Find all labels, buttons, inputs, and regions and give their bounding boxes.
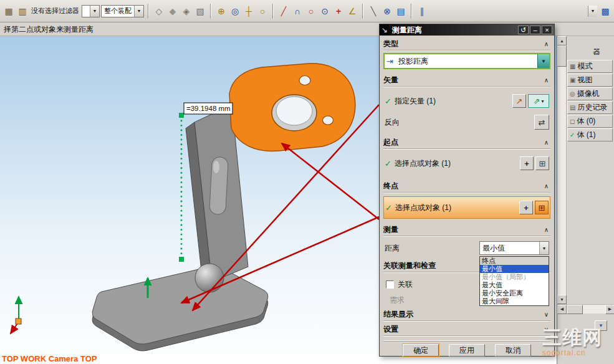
cancel-button[interactable]: 取消 <box>495 344 531 357</box>
vector-dialog-button[interactable]: ↗ <box>512 94 526 108</box>
reverse-direction-button[interactable]: ⇄ <box>534 115 549 130</box>
watermark: 三维网 soportal.cn <box>542 328 602 357</box>
plus-tool-icon[interactable]: + <box>332 5 345 17</box>
arc-tool-icon[interactable]: ∩ <box>291 5 304 17</box>
triad-origin-handle[interactable] <box>16 318 21 324</box>
apply-button[interactable]: 应用 <box>449 344 485 357</box>
section-header-settings[interactable]: 设置 ∨ <box>383 323 550 336</box>
minimize-icon[interactable]: – <box>530 26 540 34</box>
part-navigator-panel: ▲ ▼ 器 ▦ 模式 ▣ 视图 ◎ 摄像机 ▤ <box>557 36 614 364</box>
section-header-start[interactable]: 起点 ∧ <box>383 136 550 149</box>
navigator-row-views[interactable]: ▣ 视图 <box>567 74 613 87</box>
measurement-endpoint-bottom[interactable] <box>179 257 184 262</box>
ok-button[interactable]: 确定 <box>403 344 439 357</box>
section-header-type[interactable]: 类型 ∧ <box>383 38 550 50</box>
section-header-vector[interactable]: 矢量 ∧ <box>383 74 550 87</box>
chevron-up-icon[interactable]: ∧ <box>544 77 550 84</box>
chevron-down-icon[interactable]: ▼ <box>588 6 597 17</box>
scroll-left-icon[interactable]: ◀ <box>557 305 567 314</box>
circle-tool-icon[interactable]: ○ <box>305 5 317 17</box>
associate-checkbox[interactable] <box>386 280 394 289</box>
chevron-up-icon[interactable]: ∧ <box>544 183 550 189</box>
reverse-direction-icon: ⇄ <box>539 118 545 127</box>
section-header-end[interactable]: 终点 ∧ <box>383 180 550 193</box>
scrollbar-thumb[interactable] <box>567 305 583 314</box>
distance-method-combo[interactable]: 最小值 ▼ <box>479 241 549 255</box>
wcs-triad[interactable] <box>11 297 21 333</box>
navigator-row-history[interactable]: ▤ 历史记录 <box>567 101 613 114</box>
selection-grid-icon[interactable]: ▦ <box>2 5 15 17</box>
row-label: 体 (1) <box>577 130 595 140</box>
dropdown-option[interactable]: 最大间隙 <box>480 297 549 305</box>
slash-tool-icon[interactable]: ╲ <box>367 5 380 17</box>
dialog-button-row: 确定 应用 取消 <box>383 341 550 357</box>
check-icon: ✓ <box>385 203 392 213</box>
type-filter-combo[interactable]: ▼ <box>82 5 100 17</box>
selection-scope-combo[interactable]: 整个装配 ▼ <box>101 5 144 17</box>
chevron-up-icon[interactable]: ∧ <box>544 139 550 146</box>
navigator-row-mode[interactable]: ▦ 模式 <box>567 60 613 73</box>
large-hole[interactable] <box>276 97 312 125</box>
wcs-icon[interactable]: ⊗ <box>381 5 393 17</box>
start-point-dialog-button[interactable]: ⊞ <box>535 156 549 170</box>
chevron-up-icon[interactable]: ∧ <box>544 41 550 47</box>
nav-cube-icon[interactable]: ▩ <box>599 5 612 17</box>
snap-quadrant-icon[interactable]: ○ <box>256 5 269 17</box>
point-dialog-icon: ⊞ <box>539 159 546 168</box>
scroll-up-icon[interactable]: ▲ <box>557 36 567 46</box>
small-hole-top[interactable] <box>299 76 310 85</box>
navigator-vertical-scrollbar[interactable]: ▲ ▼ <box>557 36 567 304</box>
section-view-icon[interactable]: ▧ <box>194 5 206 17</box>
reset-icon[interactable]: ↺ <box>518 26 529 34</box>
end-point-dialog-button[interactable]: ⊞ <box>535 201 549 214</box>
end-snap-point-button[interactable]: + <box>519 201 533 214</box>
snap-center-icon[interactable]: ◎ <box>229 5 241 17</box>
view-orient-icon[interactable]: ◇ <box>153 5 165 17</box>
navigator-row-body1[interactable]: ✓ 体 (1) <box>567 128 613 141</box>
datum-plane-icon[interactable]: ▤ <box>395 5 407 17</box>
base-plate-top[interactable] <box>92 266 268 344</box>
scroll-down-icon[interactable]: ▼ <box>557 295 567 304</box>
vector-list-button[interactable]: ⇗ ▾ <box>528 94 549 108</box>
line-tool-icon[interactable]: ╱ <box>277 5 290 17</box>
section-header-measure[interactable]: 测量 ∧ <box>383 224 550 236</box>
scrollbar-thumb[interactable] <box>557 46 567 67</box>
scroll-right-icon[interactable]: ▶ <box>605 305 614 314</box>
angle-tool-icon[interactable]: ∠ <box>346 5 358 17</box>
measurement-endpoint-top[interactable] <box>179 113 184 118</box>
chevron-up-icon[interactable]: ∧ <box>544 226 550 233</box>
row-label: 体 (0) <box>577 116 595 127</box>
chevron-down-icon[interactable]: ∨ <box>544 311 550 318</box>
dropdown-option-disabled[interactable]: 最小值（局部） <box>480 273 549 281</box>
point-tool-icon[interactable]: ⊙ <box>319 5 331 17</box>
dropdown-option[interactable]: 最小安全距离 <box>480 289 549 297</box>
dimension-label[interactable]: =39.1948 mm <box>186 105 231 112</box>
navigator-row-cameras[interactable]: ◎ 摄像机 <box>567 87 613 100</box>
measure-type-combo[interactable]: ⇥ 投影距离 ▼ <box>383 53 550 69</box>
small-hole-right[interactable] <box>323 116 333 125</box>
wireframe-view-icon[interactable]: ◈ <box>180 5 193 17</box>
chevron-down-icon[interactable]: ▼ <box>134 6 143 17</box>
navigator-row-body0[interactable]: ◻ 体 (0) <box>567 115 613 128</box>
dropdown-option[interactable]: 最大值 <box>480 281 549 289</box>
chevron-down-icon[interactable]: ▼ <box>537 54 549 68</box>
spherical-boss[interactable] <box>195 264 224 292</box>
toolbar-separator <box>210 4 211 19</box>
dropdown-option[interactable]: 终点 <box>480 257 549 265</box>
start-snap-point-button[interactable]: + <box>520 156 534 170</box>
dropdown-option-selected[interactable]: 最小值 <box>480 265 549 273</box>
chevron-down-icon[interactable]: ▼ <box>90 6 99 17</box>
shaded-view-icon[interactable]: ◆ <box>166 5 179 17</box>
snap-intersection-icon[interactable]: ┼ <box>242 5 255 17</box>
close-icon[interactable]: × <box>542 26 552 34</box>
section-label: 关联测量和检查 <box>383 261 436 271</box>
chevron-down-icon[interactable]: ▼ <box>539 242 549 254</box>
dialog-titlebar[interactable]: ↘ 测量距离 ↺ – × <box>380 24 554 36</box>
dialog-body: 类型 ∧ ⇥ 投影距离 ▼ 矢量 ∧ ✓ 指定矢量 (1) ↗ ⇗ ▾ <box>380 36 554 357</box>
measure-tool-icon[interactable]: ∥ <box>416 5 428 17</box>
end-select-row[interactable]: ✓ 选择点或对象 (1) + ⊞ <box>383 196 550 219</box>
section-header-results[interactable]: 结果显示 ∨ <box>383 309 550 321</box>
navigator-horizontal-scrollbar[interactable]: ◀ ▶ <box>557 304 614 314</box>
filter-list-icon[interactable]: ▥ <box>16 5 29 17</box>
snap-point-icon[interactable]: ⊕ <box>215 5 228 17</box>
